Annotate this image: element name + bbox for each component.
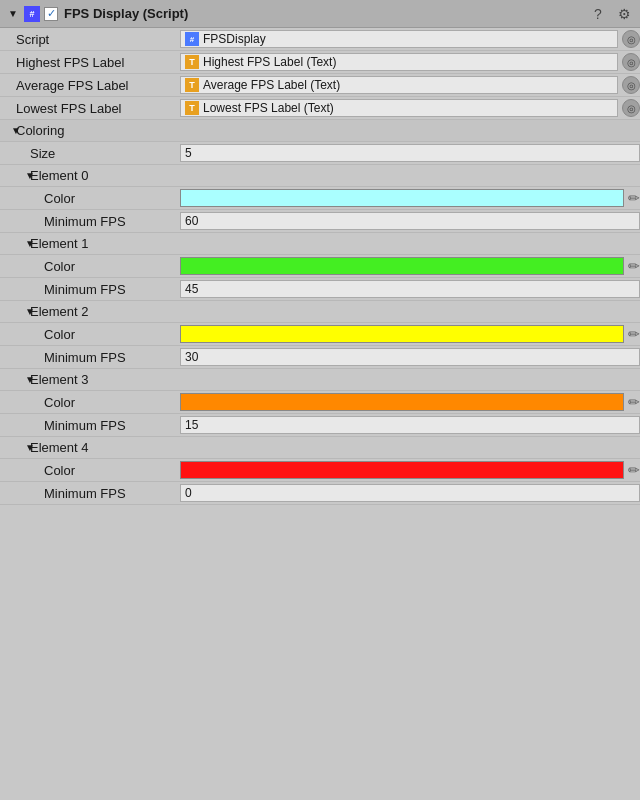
element-0-color-label: Color (0, 191, 180, 206)
element-2-color-swatch[interactable] (180, 325, 624, 343)
element-3-min-fps-input[interactable] (180, 416, 640, 434)
highest-fps-label: Highest FPS Label (0, 55, 180, 70)
element-4-header[interactable]: Element 4 (0, 437, 640, 459)
element-1-min-fps-row: Minimum FPS (0, 278, 640, 301)
help-button[interactable]: ? (588, 4, 608, 24)
highest-fps-select-btn[interactable]: ◎ (622, 53, 640, 71)
average-fps-value-text: Average FPS Label (Text) (203, 78, 340, 92)
element-0-label: Element 0 (30, 168, 89, 183)
lowest-fps-ref-icon: T (185, 101, 199, 115)
element-1-header[interactable]: Element 1 (0, 233, 640, 255)
element-3-color-swatch[interactable] (180, 393, 624, 411)
element-2-min-fps-label: Minimum FPS (0, 350, 180, 365)
highest-fps-value-container: T Highest FPS Label (Text) ◎ (180, 53, 640, 71)
element-2-min-fps-row: Minimum FPS (0, 346, 640, 369)
element-3-min-fps-row: Minimum FPS (0, 414, 640, 437)
average-fps-value-container: T Average FPS Label (Text) ◎ (180, 76, 640, 94)
highest-fps-label-row: Highest FPS Label T Highest FPS Label (T… (0, 51, 640, 74)
element-2-color-row: Color ✏ (0, 323, 640, 346)
lowest-fps-value-text: Lowest FPS Label (Text) (203, 101, 334, 115)
element-1-collapse-triangle[interactable] (0, 237, 30, 251)
element-1-color-value: ✏ (180, 257, 640, 275)
highest-fps-value-text: Highest FPS Label (Text) (203, 55, 336, 69)
element-2-pencil-icon[interactable]: ✏ (628, 326, 640, 342)
element-1-pencil-icon[interactable]: ✏ (628, 258, 640, 274)
element-3-min-fps-value (180, 416, 640, 434)
element-4-min-fps-row: Minimum FPS (0, 482, 640, 505)
element-0-header[interactable]: Element 0 (0, 165, 640, 187)
script-value-text: FPSDisplay (203, 32, 266, 46)
element-4-color-label: Color (0, 463, 180, 478)
element-2-min-fps-value (180, 348, 640, 366)
element-3-color-row: Color ✏ (0, 391, 640, 414)
average-fps-select-btn[interactable]: ◎ (622, 76, 640, 94)
element-3-min-fps-label: Minimum FPS (0, 418, 180, 433)
element-4-color-swatch[interactable] (180, 461, 624, 479)
element-2-header[interactable]: Element 2 (0, 301, 640, 323)
script-ref-icon: # (185, 32, 199, 46)
lowest-fps-label-row: Lowest FPS Label T Lowest FPS Label (Tex… (0, 97, 640, 120)
element-0-collapse-triangle[interactable] (0, 169, 30, 183)
collapse-triangle[interactable] (6, 7, 20, 21)
element-2-color-label: Color (0, 327, 180, 342)
element-0-min-fps-row: Minimum FPS (0, 210, 640, 233)
element-0-pencil-icon[interactable]: ✏ (628, 190, 640, 206)
element-0-color-swatch[interactable] (180, 189, 624, 207)
element-2-min-fps-input[interactable] (180, 348, 640, 366)
script-row: Script # FPSDisplay ◎ (0, 28, 640, 51)
element-3-collapse-triangle[interactable] (0, 373, 30, 387)
element-4-min-fps-input[interactable] (180, 484, 640, 502)
element-1-color-swatch[interactable] (180, 257, 624, 275)
lowest-fps-label: Lowest FPS Label (0, 101, 180, 116)
average-fps-label-row: Average FPS Label T Average FPS Label (T… (0, 74, 640, 97)
element-0-min-fps-input[interactable] (180, 212, 640, 230)
coloring-size-label: Size (0, 146, 180, 161)
element-4-label: Element 4 (30, 440, 89, 455)
coloring-size-value-container (180, 144, 640, 162)
element-4-color-value: ✏ (180, 461, 640, 479)
element-4-min-fps-label: Minimum FPS (0, 486, 180, 501)
element-4-pencil-icon[interactable]: ✏ (628, 462, 640, 478)
lowest-fps-select-btn[interactable]: ◎ (622, 99, 640, 117)
element-2-label: Element 2 (30, 304, 89, 319)
element-1-min-fps-input[interactable] (180, 280, 640, 298)
component-title: FPS Display (Script) (64, 6, 588, 21)
lowest-fps-value-container: T Lowest FPS Label (Text) ◎ (180, 99, 640, 117)
element-3-color-value: ✏ (180, 393, 640, 411)
lowest-fps-field[interactable]: T Lowest FPS Label (Text) (180, 99, 618, 117)
element-0-min-fps-value (180, 212, 640, 230)
elements-container: Element 0 Color ✏ Minimum FPS Element 1 … (0, 165, 640, 505)
element-1-color-row: Color ✏ (0, 255, 640, 278)
element-3-color-label: Color (0, 395, 180, 410)
average-fps-field[interactable]: T Average FPS Label (Text) (180, 76, 618, 94)
inspector-content: Script # FPSDisplay ◎ Highest FPS Label … (0, 28, 640, 800)
element-1-min-fps-value (180, 280, 640, 298)
coloring-section-header[interactable]: Coloring (0, 120, 640, 142)
script-label: Script (0, 32, 180, 47)
coloring-size-row: Size (0, 142, 640, 165)
element-1-min-fps-label: Minimum FPS (0, 282, 180, 297)
coloring-collapse-triangle[interactable] (0, 124, 16, 138)
average-fps-ref-icon: T (185, 78, 199, 92)
script-field[interactable]: # FPSDisplay (180, 30, 618, 48)
element-4-collapse-triangle[interactable] (0, 441, 30, 455)
element-1-color-label: Color (0, 259, 180, 274)
script-select-btn[interactable]: ◎ (622, 30, 640, 48)
script-type-icon: # (24, 6, 40, 22)
component-enabled-checkbox[interactable] (44, 7, 58, 21)
inspector-header: # FPS Display (Script) ? ⚙ (0, 0, 640, 28)
element-0-color-row: Color ✏ (0, 187, 640, 210)
element-0-color-value: ✏ (180, 189, 640, 207)
average-fps-label: Average FPS Label (0, 78, 180, 93)
coloring-size-input[interactable] (180, 144, 640, 162)
settings-button[interactable]: ⚙ (614, 4, 634, 24)
element-2-collapse-triangle[interactable] (0, 305, 30, 319)
element-3-pencil-icon[interactable]: ✏ (628, 394, 640, 410)
highest-fps-ref-icon: T (185, 55, 199, 69)
highest-fps-field[interactable]: T Highest FPS Label (Text) (180, 53, 618, 71)
script-value-container: # FPSDisplay ◎ (180, 30, 640, 48)
coloring-section-label: Coloring (16, 123, 64, 138)
element-3-header[interactable]: Element 3 (0, 369, 640, 391)
element-0-min-fps-label: Minimum FPS (0, 214, 180, 229)
element-4-color-row: Color ✏ (0, 459, 640, 482)
